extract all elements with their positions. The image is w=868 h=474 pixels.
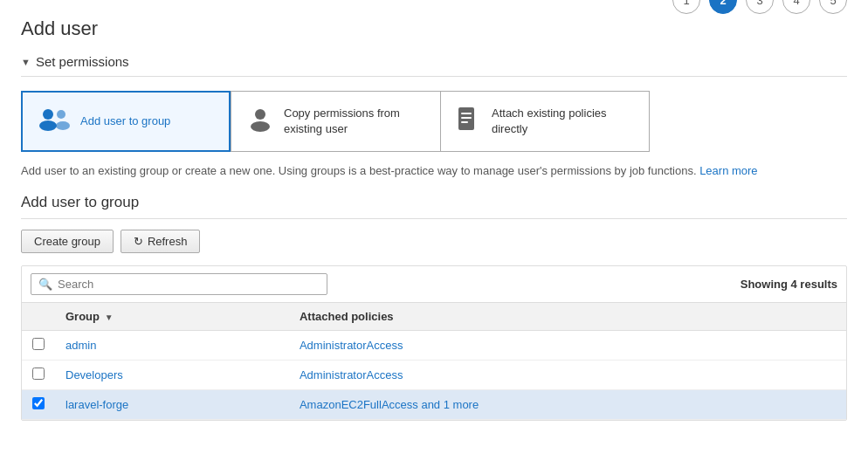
- svg-point-5: [251, 121, 270, 132]
- svg-rect-7: [461, 113, 472, 114]
- option-add-to-group-label: Add user to group: [80, 113, 170, 129]
- row-checkbox-admin[interactable]: [32, 338, 45, 350]
- step-4[interactable]: 4: [782, 0, 810, 14]
- row-checkbox-cell[interactable]: [22, 360, 55, 389]
- group-link-admin[interactable]: admin: [65, 339, 96, 352]
- policy-link-laravel-forge[interactable]: AmazonEC2FullAccess: [300, 398, 418, 411]
- groups-table: Group ▼ Attached policies admin Administ…: [22, 303, 846, 420]
- refresh-label: Refresh: [148, 235, 188, 248]
- option-attach-policies-label: Attach existing policies directly: [492, 106, 633, 137]
- option-copy-permissions-label: Copy permissions from existing user: [284, 106, 424, 137]
- group-link-laravel-forge[interactable]: laravel-forge: [65, 398, 128, 411]
- group-name-cell: laravel-forge: [55, 389, 289, 419]
- permission-options: Add user to group Copy permissions from …: [21, 91, 847, 152]
- table-row-selected: laravel-forge AmazonEC2FullAccess and 1 …: [22, 389, 846, 419]
- column-policies: Attached policies: [289, 303, 846, 331]
- set-permissions-header: ▼ Set permissions: [21, 54, 847, 77]
- step-1[interactable]: 1: [672, 0, 700, 14]
- option-attach-policies[interactable]: Attach existing policies directly: [440, 91, 650, 152]
- svg-point-3: [56, 121, 70, 130]
- step-5[interactable]: 5: [819, 0, 847, 14]
- description-text: Add user to an existing group or create …: [21, 162, 847, 180]
- search-icon: 🔍: [38, 278, 52, 291]
- svg-point-1: [39, 120, 57, 131]
- attach-policies-icon: [457, 106, 481, 138]
- section-arrow-icon: ▼: [21, 57, 31, 67]
- search-input-wrapper[interactable]: 🔍: [31, 273, 327, 295]
- option-copy-permissions[interactable]: Copy permissions from existing user: [231, 91, 440, 152]
- svg-point-4: [255, 109, 265, 120]
- policy-link-developers[interactable]: AdministratorAccess: [300, 368, 403, 381]
- row-checkbox-cell[interactable]: [22, 389, 55, 419]
- table-header-row: Group ▼ Attached policies: [22, 303, 846, 331]
- group-name-cell: Developers: [55, 360, 289, 389]
- svg-rect-9: [461, 121, 468, 123]
- column-checkbox: [22, 303, 55, 331]
- row-checkbox-developers[interactable]: [32, 368, 45, 380]
- group-name-cell: admin: [55, 330, 289, 360]
- step-3[interactable]: 3: [746, 0, 774, 14]
- search-bar: 🔍 Showing 4 results: [22, 266, 846, 303]
- groups-table-container: 🔍 Showing 4 results Group ▼ Attached pol…: [21, 265, 847, 421]
- action-buttons: Create group ↻ Refresh: [21, 230, 847, 253]
- policy-cell: AdministratorAccess: [289, 360, 846, 389]
- refresh-button[interactable]: ↻ Refresh: [121, 230, 201, 253]
- row-checkbox-cell[interactable]: [22, 330, 55, 360]
- step-indicators: 1 2 3 4 5: [672, 0, 847, 14]
- option-add-to-group[interactable]: Add user to group: [21, 91, 231, 152]
- policy-extra-link-laravel-forge[interactable]: and 1 more: [421, 398, 479, 411]
- search-input[interactable]: [58, 278, 320, 291]
- refresh-icon: ↻: [134, 235, 143, 248]
- page-container: Add user 1 2 3 4 5 ▼ Set permissions: [0, 0, 868, 438]
- svg-point-0: [43, 109, 53, 120]
- svg-rect-8: [461, 117, 472, 119]
- set-permissions-label: Set permissions: [36, 54, 129, 69]
- table-row: Developers AdministratorAccess: [22, 360, 846, 389]
- page-title: Add user: [21, 17, 98, 40]
- policy-link-admin[interactable]: AdministratorAccess: [300, 339, 403, 352]
- policy-cell: AmazonEC2FullAccess and 1 more: [289, 389, 846, 419]
- group-link-developers[interactable]: Developers: [65, 368, 123, 381]
- sub-section-title: Add user to group: [21, 194, 847, 219]
- table-row: admin AdministratorAccess: [22, 330, 846, 360]
- copy-permissions-icon: [247, 106, 273, 138]
- add-to-group-icon: [38, 106, 70, 137]
- row-checkbox-laravel-forge[interactable]: [32, 397, 45, 409]
- create-group-button[interactable]: Create group: [21, 230, 114, 253]
- header-row: Add user 1 2 3 4 5: [21, 17, 847, 54]
- step-2[interactable]: 2: [709, 0, 737, 14]
- sort-arrow-icon: ▼: [105, 313, 114, 322]
- learn-more-link[interactable]: Learn more: [699, 164, 757, 177]
- svg-point-2: [57, 110, 65, 119]
- policy-cell: AdministratorAccess: [289, 330, 846, 360]
- showing-results: Showing 4 results: [741, 278, 837, 291]
- column-group: Group ▼: [55, 303, 289, 331]
